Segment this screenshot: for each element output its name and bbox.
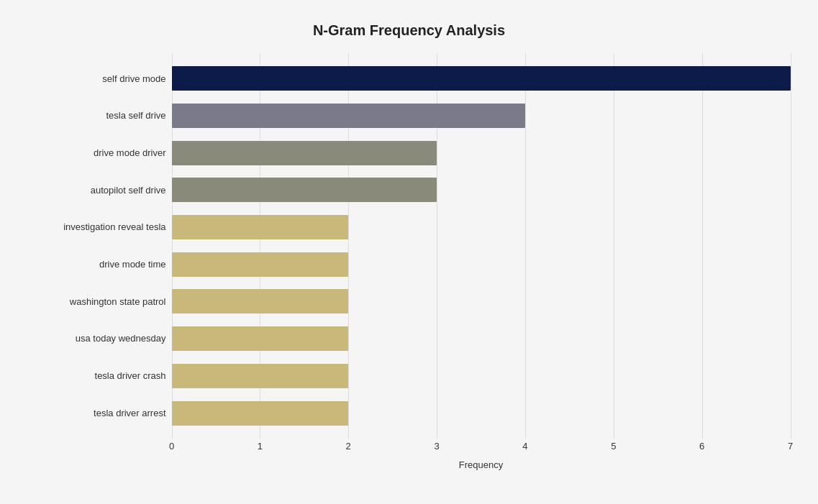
bar-row bbox=[172, 398, 791, 429]
bars-area bbox=[172, 53, 791, 439]
bar-row bbox=[172, 249, 791, 280]
x-tick: 6 bbox=[699, 441, 704, 452]
x-tick: 4 bbox=[522, 441, 527, 452]
bar bbox=[172, 141, 437, 165]
x-axis: 01234567 Frequency bbox=[172, 439, 791, 470]
x-tick: 3 bbox=[434, 441, 439, 452]
bar-row bbox=[172, 100, 791, 132]
bar bbox=[172, 66, 791, 91]
y-axis-label: usa today wednesday bbox=[76, 321, 166, 357]
grid-line bbox=[791, 53, 791, 439]
y-axis-label: tesla driver crash bbox=[95, 358, 166, 394]
bar bbox=[172, 364, 349, 388]
bar-row bbox=[172, 174, 791, 206]
y-axis-label: tesla driver arrest bbox=[94, 395, 165, 431]
bar-row bbox=[172, 63, 791, 94]
y-axis-label: washington state patrol bbox=[70, 283, 166, 319]
x-tick: 1 bbox=[258, 441, 263, 452]
y-axis-label: drive mode driver bbox=[94, 135, 165, 171]
bar-row bbox=[172, 323, 791, 354]
y-axis: self drive modetesla self drivedrive mod… bbox=[28, 53, 172, 439]
bar-row bbox=[172, 360, 791, 392]
chart-title: N-Gram Frequency Analysis bbox=[28, 22, 791, 39]
x-tick: 0 bbox=[169, 441, 174, 452]
y-axis-label: tesla self drive bbox=[106, 98, 165, 134]
y-axis-label: investigation reveal tesla bbox=[63, 209, 165, 245]
x-tick: 7 bbox=[788, 441, 793, 452]
y-axis-label: autopilot self drive bbox=[91, 172, 166, 208]
x-axis-label: Frequency bbox=[172, 459, 791, 470]
y-axis-label: drive mode time bbox=[99, 247, 165, 283]
chart-container: N-Gram Frequency Analysis self drive mod… bbox=[14, 8, 805, 497]
bar bbox=[172, 178, 437, 202]
bar bbox=[172, 289, 349, 313]
bar-row bbox=[172, 137, 791, 169]
bar bbox=[172, 252, 349, 277]
bar bbox=[172, 104, 525, 128]
bar bbox=[172, 215, 349, 239]
y-axis-label: self drive mode bbox=[102, 60, 165, 96]
x-tick: 2 bbox=[346, 441, 351, 452]
bar-row bbox=[172, 211, 791, 243]
x-tick: 5 bbox=[611, 441, 616, 452]
bar bbox=[172, 326, 349, 351]
bar bbox=[172, 401, 349, 426]
bar-row bbox=[172, 285, 791, 317]
